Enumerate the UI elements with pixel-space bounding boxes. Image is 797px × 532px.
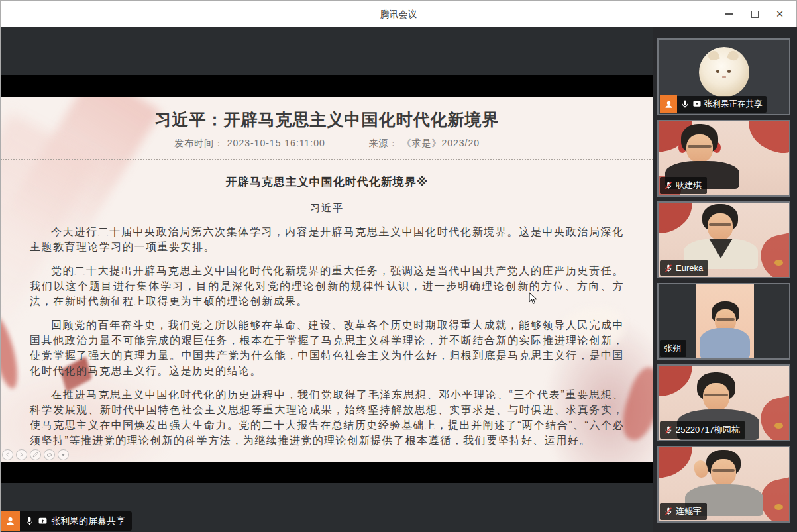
paragraph: 回顾党的百年奋斗史，我们党之所以能够在革命、建设、改革各个历史时期取得重大成就，…	[30, 317, 624, 378]
participant-name: 连鲲宇	[676, 505, 702, 517]
source-label: 来源：	[369, 138, 399, 148]
prev-page-button[interactable]	[2, 449, 13, 460]
participants-sidebar: 张利果正在共享 耿建琪	[653, 27, 797, 532]
article-body: 今天进行二十届中央政治局第六次集体学习，内容是开辟马克思主义中国化时代化新境界。…	[30, 224, 624, 448]
mic-muted-icon	[664, 264, 673, 273]
participant-nametag: 张利果正在共享	[660, 95, 767, 113]
laser-dot-icon	[60, 451, 67, 458]
participant-nametag: 耿建琪	[660, 177, 707, 194]
source-value: 《求是》2023/20	[401, 138, 480, 148]
pen-icon	[32, 451, 39, 458]
publish-time-label: 发布时间：	[174, 138, 224, 148]
shared-screen-stage: 习近平：开辟马克思主义中国化时代化新境界 发布时间： 2023-10-15 16…	[1, 27, 653, 532]
screen-share-icon	[38, 516, 48, 526]
participant-tile-liuyuanhang[interactable]: 25220717柳园杭	[657, 364, 790, 441]
participant-name: 耿建琪	[676, 180, 702, 191]
maximize-icon	[751, 11, 759, 18]
article-meta: 发布时间： 2023-10-15 16:11:00 来源： 《求是》2023/2…	[30, 136, 624, 150]
close-button[interactable]: ×	[767, 1, 792, 27]
participant-nametag: 连鲲宇	[660, 503, 707, 520]
dotted-divider	[1, 159, 653, 160]
chevron-right-icon	[18, 451, 25, 458]
annotation-toolbar	[2, 449, 69, 460]
eraser-icon	[46, 451, 53, 458]
mic-icon	[680, 99, 690, 109]
mic-muted-icon	[664, 181, 673, 190]
publish-time-value: 2023-10-15 16:11:00	[227, 138, 325, 148]
screen-share-badge: 张利果的屏幕共享	[1, 511, 132, 531]
participant-name: Eureka	[676, 263, 703, 273]
next-page-button[interactable]	[16, 449, 27, 460]
window-controls: ×	[717, 1, 792, 27]
participant-tile-zhangliguo[interactable]: 张利果正在共享	[657, 38, 790, 115]
person-icon	[664, 99, 674, 109]
article-title: 习近平：开辟马克思主义中国化时代化新境界	[30, 109, 624, 130]
chevron-left-icon	[4, 451, 11, 458]
titlebar: 腾讯会议 ×	[1, 1, 796, 27]
shared-document: 习近平：开辟马克思主义中国化时代化新境界 发布时间： 2023-10-15 16…	[1, 97, 653, 462]
participant-name: 张朔	[664, 343, 681, 354]
participant-tile-liankunyu[interactable]: 连鲲宇	[657, 446, 790, 523]
article-subtitle: 开辟马克思主义中国化时代化新境界※	[30, 174, 624, 190]
participant-nametag: 25220717柳园杭	[660, 421, 745, 439]
minimize-icon	[725, 13, 733, 15]
participant-nametag: Eureka	[660, 260, 708, 276]
participant-name: 25220717柳园杭	[676, 424, 740, 436]
cat-avatar	[699, 47, 749, 97]
meeting-window: 腾讯会议 × 习近平：开辟马克思主义中国化时代化新境界 发布时间：	[0, 0, 797, 532]
participant-tile-zhangshuo[interactable]: 张朔	[657, 283, 790, 360]
share-badge-text: 张利果的屏幕共享	[51, 515, 125, 527]
app-title: 腾讯会议	[1, 1, 796, 27]
participant-nametag: 张朔	[660, 340, 686, 357]
paragraph: 今天进行二十届中央政治局第六次集体学习，内容是开辟马克思主义中国化时代化新境界。…	[30, 224, 624, 254]
presenter-badge	[1, 511, 20, 531]
red-flag-decoration-left	[1, 314, 23, 391]
mic-icon	[25, 516, 34, 526]
participant-name: 张利果正在共享	[704, 99, 763, 110]
maximize-button[interactable]	[742, 1, 767, 27]
presenter-badge	[660, 95, 677, 113]
paragraph: 在推进马克思主义中国化时代化的历史进程中，我们党取得了毛泽东思想、邓小平理论、“…	[30, 387, 624, 448]
participant-tile-eureka[interactable]: Eureka	[657, 201, 790, 278]
mouse-cursor-icon	[529, 292, 537, 307]
minimize-button[interactable]	[717, 1, 742, 27]
screen-share-icon	[692, 99, 702, 109]
laser-pointer-button[interactable]	[58, 449, 69, 460]
participant-tile-gengjianqi[interactable]: 耿建琪	[657, 120, 790, 197]
person-icon	[5, 515, 16, 527]
pen-button[interactable]	[30, 449, 41, 460]
share-badge-label: 张利果的屏幕共享	[20, 511, 132, 531]
article-author: 习近平	[30, 201, 624, 215]
mic-muted-icon	[664, 507, 673, 516]
eraser-button[interactable]	[44, 449, 55, 460]
mic-muted-icon	[664, 425, 673, 435]
